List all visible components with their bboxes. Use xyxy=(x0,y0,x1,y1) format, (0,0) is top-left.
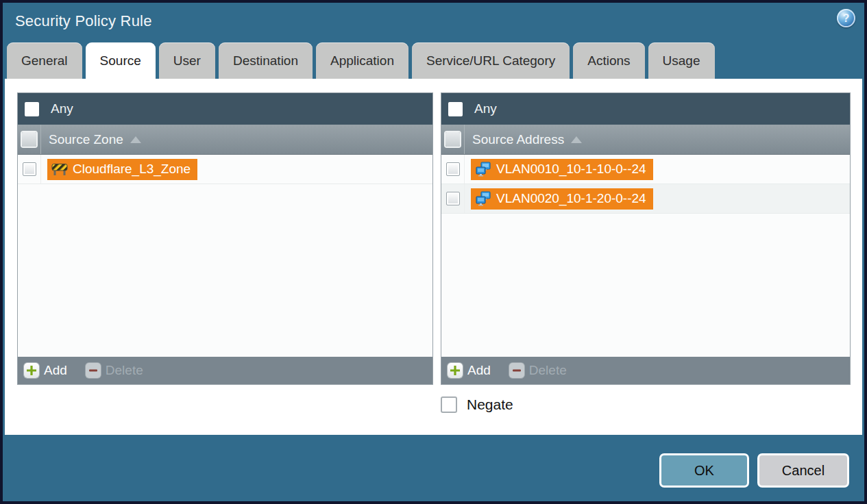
source-address-column-title: Source Address xyxy=(472,132,564,147)
source-zone-any-label: Any xyxy=(51,101,73,116)
source-tab-content: Any Source Zone xyxy=(5,79,862,435)
row-checkbox-cell xyxy=(441,184,465,213)
zone-entry-badge[interactable]: Cloudflare_L3_Zone xyxy=(47,159,197,180)
delete-minus-icon xyxy=(509,363,524,378)
security-policy-rule-dialog: Security Policy Rule ? General Source Us… xyxy=(3,3,864,501)
source-address-panel: Any Source Address xyxy=(441,92,851,385)
zone-icon xyxy=(51,162,68,177)
tab-bar: General Source User Destination Applicat… xyxy=(7,42,864,79)
table-row[interactable]: VLAN0010_10-1-10-0--24 xyxy=(441,155,850,184)
delete-minus-icon xyxy=(86,363,101,378)
delete-button[interactable]: Delete xyxy=(86,363,143,378)
dialog-title: Security Policy Rule xyxy=(15,12,152,30)
source-zone-select-all-checkbox[interactable] xyxy=(22,132,36,147)
tab-usage[interactable]: Usage xyxy=(648,42,715,79)
source-zone-column-header[interactable]: Source Zone xyxy=(18,125,432,155)
row-checkbox-cell xyxy=(441,155,465,184)
source-address-toolbar: Add Delete xyxy=(441,357,850,384)
source-zone-toolbar: Add Delete xyxy=(18,357,432,384)
tab-destination[interactable]: Destination xyxy=(219,42,313,79)
source-zone-list: Cloudflare_L3_Zone xyxy=(18,155,432,357)
source-address-select-all-checkbox[interactable] xyxy=(445,132,460,147)
row-checkbox[interactable] xyxy=(446,192,460,205)
source-zone-any-checkbox[interactable] xyxy=(25,102,39,116)
address-entry-badge[interactable]: VLAN0020_10-1-20-0--24 xyxy=(471,188,653,210)
source-address-column-header[interactable]: Source Address xyxy=(441,125,850,155)
add-button-label: Add xyxy=(467,363,491,378)
tab-service-url-category[interactable]: Service/URL Category xyxy=(412,42,570,79)
delete-button-label: Delete xyxy=(106,363,143,378)
negate-option: Negate xyxy=(441,396,513,413)
add-button[interactable]: Add xyxy=(24,363,67,378)
row-checkbox[interactable] xyxy=(23,162,36,176)
tab-user[interactable]: User xyxy=(159,42,215,79)
zone-entry-label: Cloudflare_L3_Zone xyxy=(73,162,191,177)
tab-source[interactable]: Source xyxy=(86,42,156,79)
help-icon[interactable]: ? xyxy=(837,9,855,27)
add-plus-icon xyxy=(448,363,463,378)
negate-checkbox[interactable] xyxy=(441,396,457,413)
delete-button[interactable]: Delete xyxy=(509,363,567,378)
row-checkbox[interactable] xyxy=(446,162,460,176)
source-address-any-header: Any xyxy=(441,93,850,125)
add-plus-icon xyxy=(24,363,39,378)
table-row[interactable]: Cloudflare_L3_Zone xyxy=(18,155,432,184)
source-zone-panel: Any Source Zone xyxy=(17,92,433,385)
tab-actions[interactable]: Actions xyxy=(573,42,644,79)
cancel-button[interactable]: Cancel xyxy=(757,453,849,488)
source-zone-column-title: Source Zone xyxy=(49,132,123,147)
address-entry-badge[interactable]: VLAN0010_10-1-10-0--24 xyxy=(471,159,653,180)
source-zone-any-header: Any xyxy=(18,93,432,125)
source-address-list: VLAN0010_10-1-10-0--24 xyxy=(441,155,850,357)
source-address-any-label: Any xyxy=(474,101,497,116)
source-address-any-checkbox[interactable] xyxy=(448,102,463,116)
table-row[interactable]: VLAN0020_10-1-20-0--24 xyxy=(441,184,850,214)
delete-button-label: Delete xyxy=(529,363,567,378)
address-icon xyxy=(475,162,491,177)
tab-general[interactable]: General xyxy=(7,42,82,79)
address-entry-label: VLAN0010_10-1-10-0--24 xyxy=(496,162,646,177)
negate-label: Negate xyxy=(467,396,513,413)
ok-button[interactable]: OK xyxy=(659,453,749,488)
tab-application[interactable]: Application xyxy=(316,42,408,79)
sort-ascending-icon xyxy=(571,136,582,143)
address-icon xyxy=(475,191,491,206)
sort-ascending-icon xyxy=(130,136,141,143)
add-button[interactable]: Add xyxy=(448,363,491,378)
row-checkbox-cell xyxy=(18,155,41,184)
address-entry-label: VLAN0020_10-1-20-0--24 xyxy=(496,191,646,206)
source-zone-header-checkbox-cell xyxy=(18,125,41,154)
add-button-label: Add xyxy=(44,363,67,378)
source-address-header-checkbox-cell xyxy=(441,125,465,154)
